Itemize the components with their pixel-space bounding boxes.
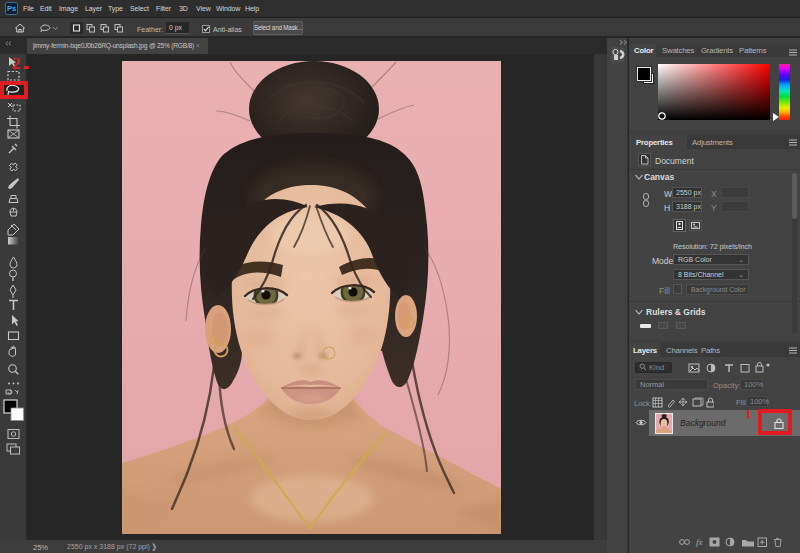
svg-text:fx: fx	[696, 537, 703, 547]
